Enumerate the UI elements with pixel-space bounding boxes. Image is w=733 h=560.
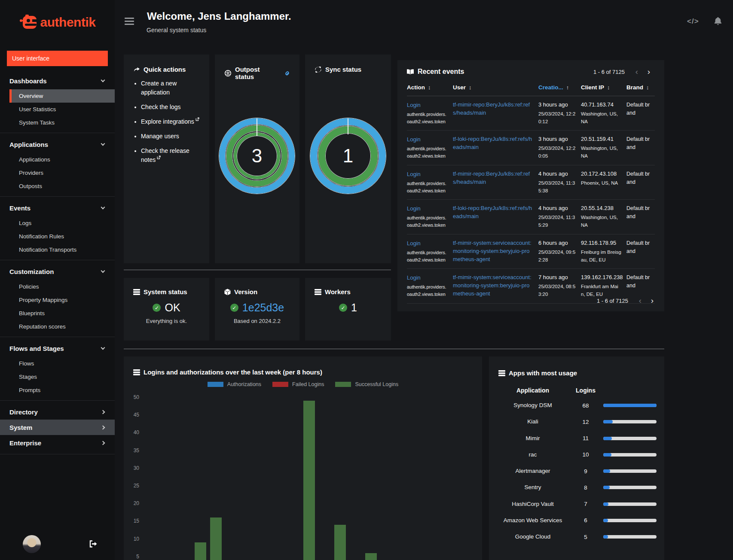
- sidebar-item-flows[interactable]: Flows: [0, 357, 115, 370]
- event-user-link[interactable]: tf-loki-repo:BeryJu/k8s:ref:refs/heads/m…: [453, 135, 534, 152]
- event-action-link[interactable]: Login: [407, 101, 421, 110]
- sidebar-divider: [0, 454, 115, 454]
- quick-action-check-the-logs[interactable]: Check the logs: [141, 103, 202, 112]
- sidebar-item-providers[interactable]: Providers: [0, 166, 115, 180]
- version-value-link[interactable]: 1e25d3e: [242, 301, 284, 314]
- event-timestamp: 25/03/2024, 11:35:38: [538, 180, 577, 195]
- event-timestamp: 25/03/2024, 12:20:12: [538, 110, 577, 126]
- pagination-next-icon[interactable]: ›: [643, 67, 655, 76]
- sidebar-group-events[interactable]: Events: [0, 200, 115, 216]
- app-usage-row-rac: rac10: [495, 447, 657, 463]
- event-user-cell: tf-mimir-repo:BeryJu/k8s:ref:refs/heads/…: [453, 101, 538, 125]
- logo-text: authentik: [40, 15, 96, 30]
- sidebar-nav: DashboardsOverviewUser StatisticsSystem …: [0, 73, 115, 454]
- event-user-link[interactable]: tf-mimir-repo:BeryJu/k8s:ref:refs/heads/…: [453, 101, 534, 117]
- sidebar-item-user-statistics[interactable]: User Statistics: [0, 103, 115, 116]
- sidebar-item-policies[interactable]: Policies: [0, 280, 115, 293]
- notifications-bell-icon[interactable]: [713, 16, 723, 28]
- card-workers: Workers ✓ 1: [305, 278, 391, 341]
- server-icon: [498, 370, 505, 376]
- event-action-link[interactable]: Login: [407, 240, 421, 248]
- sidebar-item-blueprints[interactable]: Blueprints: [0, 307, 115, 320]
- event-user-link[interactable]: tf-loki-repo:BeryJu/k8s:ref:refs/heads/m…: [453, 204, 534, 221]
- event-brand-cell: Default brand: [626, 274, 655, 298]
- sidebar-group-directory[interactable]: Directory: [0, 404, 115, 420]
- api-code-icon[interactable]: </>: [687, 17, 699, 26]
- pagination-prev-icon[interactable]: ‹: [631, 67, 643, 76]
- quick-action-create-a-new-application[interactable]: Create a new application: [141, 79, 202, 97]
- app-name: Synology DSM: [495, 401, 571, 410]
- sidebar-divider: [0, 133, 115, 133]
- sidebar-group-system[interactable]: System: [0, 420, 115, 435]
- sort-icon[interactable]: ↕: [607, 84, 610, 91]
- quick-action-label: Explore integrations: [141, 118, 194, 125]
- quick-action-manage-users[interactable]: Manage users: [141, 132, 202, 141]
- apps-col-application: Application: [495, 387, 571, 394]
- legend-item-failed-logins: Failed Logins: [272, 381, 324, 387]
- sidebar-group-customization[interactable]: Customization: [0, 264, 115, 279]
- app-name: Amazon Web Services: [495, 516, 571, 525]
- sidebar-item-reputation-scores[interactable]: Reputation scores: [0, 320, 115, 333]
- event-location: Washington, US, NA: [581, 110, 622, 126]
- sidebar-group-label: Dashboards: [9, 77, 47, 85]
- events-column-creatio[interactable]: Creatio...↑: [538, 84, 581, 91]
- sidebar-item-property-mappings[interactable]: Property Mappings: [0, 293, 115, 307]
- pagination-next-icon[interactable]: ›: [646, 296, 658, 305]
- event-user-link[interactable]: tf-mimir-system:serviceaccount:monitorin…: [453, 274, 534, 298]
- sidebar-item-system-tasks[interactable]: System Tasks: [0, 116, 115, 129]
- app-logins-count: 5: [571, 534, 601, 540]
- sidebar-group-dashboards[interactable]: Dashboards: [0, 73, 115, 88]
- app-logins-count: 68: [571, 402, 601, 409]
- event-user-link[interactable]: tf-mimir-system:serviceaccount:monitorin…: [453, 239, 534, 264]
- sync-count: 1: [310, 118, 386, 194]
- event-action-link[interactable]: Login: [407, 136, 421, 144]
- sidebar-group-enterprise[interactable]: Enterprise: [0, 435, 115, 450]
- quick-action-check-the-release-notes[interactable]: Check the release notes: [141, 146, 202, 164]
- sidebar-item-stages[interactable]: Stages: [0, 370, 115, 383]
- sort-icon[interactable]: ↕: [469, 84, 472, 91]
- system-status-title: System status: [144, 288, 187, 295]
- hamburger-menu-icon[interactable]: [125, 18, 134, 27]
- sign-out-icon[interactable]: [88, 540, 97, 550]
- event-creation-cell: 4 hours ago25/03/2024, 11:35:29: [538, 204, 581, 229]
- pagination-prev-icon[interactable]: ‹: [634, 296, 646, 305]
- sidebar-item-notification-rules[interactable]: Notification Rules: [0, 230, 115, 243]
- app-usage-row-kiali: Kiali12: [495, 414, 657, 430]
- event-action-link[interactable]: Login: [407, 170, 421, 179]
- sort-icon[interactable]: ↕: [428, 84, 431, 91]
- event-action-link[interactable]: Login: [407, 205, 421, 213]
- events-column-client-ip[interactable]: Client IP↕: [581, 84, 626, 91]
- app-usage-progressbar: [603, 404, 657, 407]
- sidebar-group-applications[interactable]: Applications: [0, 137, 115, 152]
- sort-asc-icon[interactable]: ↑: [566, 84, 569, 91]
- sidebar-group-items: PoliciesProperty MappingsBlueprintsReput…: [0, 280, 115, 333]
- avatar[interactable]: [23, 535, 41, 553]
- app-logins-count: 9: [571, 468, 601, 475]
- events-column-brand[interactable]: Brand↕: [626, 84, 655, 91]
- sidebar-item-outposts[interactable]: Outposts: [0, 180, 115, 193]
- column-label: User: [453, 84, 466, 91]
- redo-arrow-icon: [133, 66, 140, 73]
- sidebar-item-logs[interactable]: Logs: [0, 216, 115, 230]
- events-column-user[interactable]: User↕: [453, 84, 538, 91]
- event-action-link[interactable]: Login: [407, 274, 421, 282]
- check-circle-icon: ✓: [230, 304, 238, 312]
- sidebar-item-overview[interactable]: Overview: [9, 89, 115, 103]
- app-usage-progressbar: [603, 437, 657, 440]
- event-client-ip-cell: 139.162.176.238Frankfurt am Main, DE, EU: [581, 274, 626, 298]
- sidebar-item-prompts[interactable]: Prompts: [0, 383, 115, 397]
- sync-status-title: Sync status: [325, 66, 361, 73]
- sidebar-divider: [0, 337, 115, 337]
- chart-bar: [365, 553, 377, 560]
- events-column-action[interactable]: Action↕: [407, 84, 453, 91]
- quick-action-explore-integrations[interactable]: Explore integrations: [141, 117, 202, 126]
- sidebar-divider: [0, 260, 115, 260]
- link-icon[interactable]: [284, 70, 291, 77]
- sidebar-item-notification-transports[interactable]: Notification Transports: [0, 243, 115, 256]
- user-interface-button[interactable]: User interface: [7, 51, 108, 66]
- sort-icon[interactable]: ↕: [646, 84, 649, 91]
- sidebar-item-applications[interactable]: Applications: [0, 153, 115, 166]
- sidebar-group-flows-and-stages[interactable]: Flows and Stages: [0, 341, 115, 356]
- quick-action-label: Check the release notes: [141, 147, 189, 163]
- event-user-link[interactable]: tf-mimir-repo:BeryJu/k8s:ref:refs/heads/…: [453, 170, 534, 186]
